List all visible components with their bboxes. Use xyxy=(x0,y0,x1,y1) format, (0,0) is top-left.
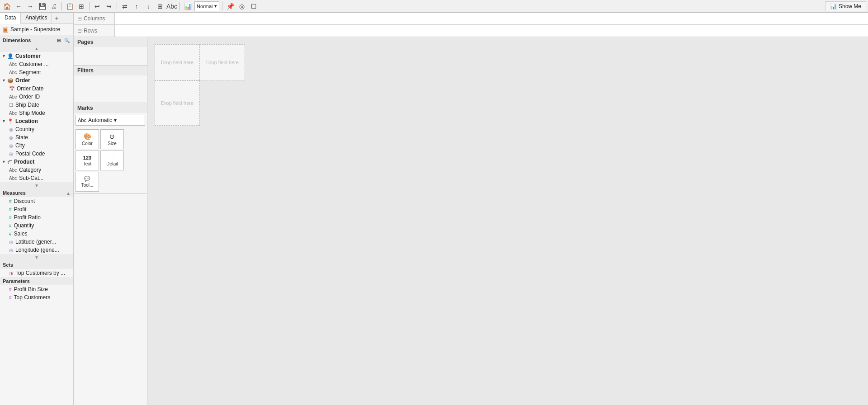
columns-shelf-content[interactable] xyxy=(114,13,868,24)
parameters-section-header: Parameters xyxy=(0,277,73,285)
field-ship-mode-label: Ship Mode xyxy=(19,110,45,116)
sidebar-scroll-area: ▼ 👤 Customer Abc Customer ... Abc Segmen… xyxy=(0,52,73,405)
field-category-label: Category xyxy=(19,167,41,173)
field-measure-icon: # xyxy=(9,231,12,236)
rows-shelf-content[interactable] xyxy=(114,25,868,37)
scroll-up-arrow[interactable]: ▲ xyxy=(0,45,73,52)
field-order-date[interactable]: 📅 Order Date xyxy=(0,85,73,93)
drop-zone-top-left[interactable]: Drop field here xyxy=(155,44,200,80)
field-customer-name[interactable]: Abc Customer ... xyxy=(0,60,73,68)
field-profit[interactable]: # Profit xyxy=(0,205,73,213)
back-icon[interactable]: ← xyxy=(14,1,24,11)
redo-icon[interactable]: ↪ xyxy=(104,1,114,11)
field-latitude[interactable]: ◎ Latitude (gener... xyxy=(0,238,73,246)
marks-detail-button[interactable]: ⋯ Detail xyxy=(100,151,124,170)
connect-icon[interactable]: ⊞ xyxy=(76,1,86,11)
field-country[interactable]: ◎ Country xyxy=(0,125,73,133)
field-postal-code[interactable]: ◎ Postal Code xyxy=(0,150,73,158)
field-segment[interactable]: Abc Segment xyxy=(0,68,73,76)
annotation-icon[interactable]: ☐ xyxy=(249,1,259,11)
field-state[interactable]: ◎ State xyxy=(0,133,73,141)
group-customer[interactable]: ▼ 👤 Customer xyxy=(0,52,73,60)
columns-shelf: ⊟ Columns xyxy=(74,13,868,25)
field-measure-icon: # xyxy=(9,215,12,220)
label-icon[interactable]: Abc xyxy=(167,1,177,11)
field-abc-icon: Abc xyxy=(9,94,17,99)
tab-data[interactable]: Data xyxy=(0,13,21,24)
marks-buttons-container: 🎨 Color ⊙ Size 123 Text ⋯ xyxy=(74,127,147,193)
rows-icon: ⊟ xyxy=(77,28,82,34)
field-set-icon: ◑ xyxy=(9,271,13,276)
marks-tooltip-button[interactable]: 💬 Tool... xyxy=(75,172,99,192)
tab-analytics[interactable]: Analytics xyxy=(21,13,52,24)
drop-col-left: Drop field here Drop field here xyxy=(155,44,200,126)
field-sales[interactable]: # Sales xyxy=(0,230,73,238)
field-top-customers[interactable]: ◑ Top Customers by ... xyxy=(0,269,73,277)
dimensions-search-btn[interactable]: 🔍 xyxy=(63,37,71,44)
swap-icon[interactable]: ⇄ xyxy=(120,1,130,11)
group-product[interactable]: ▼ 🏷 Product xyxy=(0,158,73,166)
marks-size-button[interactable]: ⊙ Size xyxy=(100,129,124,149)
field-profit-bin-size[interactable]: # Profit Bin Size xyxy=(0,285,73,293)
columns-icon: ⊟ xyxy=(77,15,82,22)
sort-desc-icon[interactable]: ↓ xyxy=(143,1,153,11)
home-icon[interactable]: 🏠 xyxy=(2,1,12,11)
marks-type-dropdown[interactable]: Abc Automatic ▾ xyxy=(75,115,145,126)
drop-hint-3: Drop field here xyxy=(206,60,239,65)
field-category[interactable]: Abc Category xyxy=(0,166,73,174)
save-icon[interactable]: 💾 xyxy=(37,1,47,11)
filters-card: Filters xyxy=(74,66,147,103)
field-order-id[interactable]: Abc Order ID xyxy=(0,93,73,101)
datasource-label[interactable]: ▣ Sample - Superstore xyxy=(0,24,73,35)
field-profit-ratio[interactable]: # Profit Ratio xyxy=(0,213,73,221)
sort-asc-icon[interactable]: ↑ xyxy=(132,1,142,11)
rows-label: Rows xyxy=(84,28,97,34)
view-area[interactable]: Drop field here Drop field here Drop fie… xyxy=(147,37,868,405)
group-icon[interactable]: ⊞ xyxy=(155,1,165,11)
left-cards: Pages Filters Marks xyxy=(74,37,147,405)
canvas[interactable]: Drop field here Drop field here Drop fie… xyxy=(147,37,868,405)
forward-icon[interactable]: → xyxy=(25,1,35,11)
view-type-dropdown[interactable]: Normal ▾ xyxy=(194,1,219,11)
field-city[interactable]: ◎ City xyxy=(0,141,73,150)
pages-card-body[interactable] xyxy=(74,47,147,65)
field-discount[interactable]: # Discount xyxy=(0,197,73,205)
filters-card-body[interactable] xyxy=(74,75,147,103)
field-ship-date[interactable]: ☐ Ship Date xyxy=(0,101,73,109)
drop-hint-2: Drop field here xyxy=(161,100,193,106)
field-quantity-label: Quantity xyxy=(14,222,34,229)
tooltip-icon[interactable]: ◎ xyxy=(237,1,247,11)
undo-icon[interactable]: ↩ xyxy=(92,1,102,11)
pages-label: Pages xyxy=(77,39,93,45)
field-abc-icon: Abc xyxy=(9,111,17,116)
tab-add-button[interactable]: + xyxy=(52,13,61,24)
toolbar: 🏠 ← → 💾 🖨 📋 ⊞ ↩ ↪ ⇄ ↑ ↓ ⊞ Abc 📊 Normal ▾… xyxy=(0,0,868,13)
marks-text-button[interactable]: 123 Text xyxy=(75,151,99,170)
filters-card-header: Filters xyxy=(74,66,147,75)
field-ship-mode[interactable]: Abc Ship Mode xyxy=(0,109,73,117)
print-icon[interactable]: 🖨 xyxy=(49,1,59,11)
pages-card: Pages xyxy=(74,37,147,66)
chart-icon[interactable]: 📊 xyxy=(183,1,193,11)
new-datasource-icon[interactable]: 📋 xyxy=(65,1,75,11)
location-group-label: Location xyxy=(15,118,38,124)
show-me-button[interactable]: 📊 Show Me xyxy=(825,1,866,11)
measures-scroll-down[interactable]: ▼ xyxy=(0,254,73,261)
customer-triangle: ▼ xyxy=(2,54,6,58)
pin-icon[interactable]: 📌 xyxy=(225,1,235,11)
field-sub-category[interactable]: Abc Sub-Cat... xyxy=(0,174,73,182)
group-order[interactable]: ▼ 📦 Order xyxy=(0,76,73,85)
marks-type-icon: Abc xyxy=(78,118,86,123)
field-top-customers-param[interactable]: # Top Customers xyxy=(0,293,73,301)
marks-color-button[interactable]: 🎨 Color xyxy=(75,129,99,149)
field-geo-icon: ◎ xyxy=(9,248,13,253)
dimensions-scroll-down[interactable]: ▼ xyxy=(0,182,73,189)
drop-zone-bottom-left[interactable]: Drop field here xyxy=(155,80,200,126)
group-location[interactable]: ▼ 📍 Location xyxy=(0,117,73,125)
field-order-id-label: Order ID xyxy=(19,94,40,100)
measures-scroll-up[interactable]: ▲ xyxy=(66,191,71,196)
field-longitude[interactable]: ◎ Longitude (gene... xyxy=(0,246,73,254)
drop-zone-top-right[interactable]: Drop field here xyxy=(200,44,245,80)
field-quantity[interactable]: # Quantity xyxy=(0,221,73,230)
dimensions-group-btn[interactable]: ⊞ xyxy=(55,37,62,44)
